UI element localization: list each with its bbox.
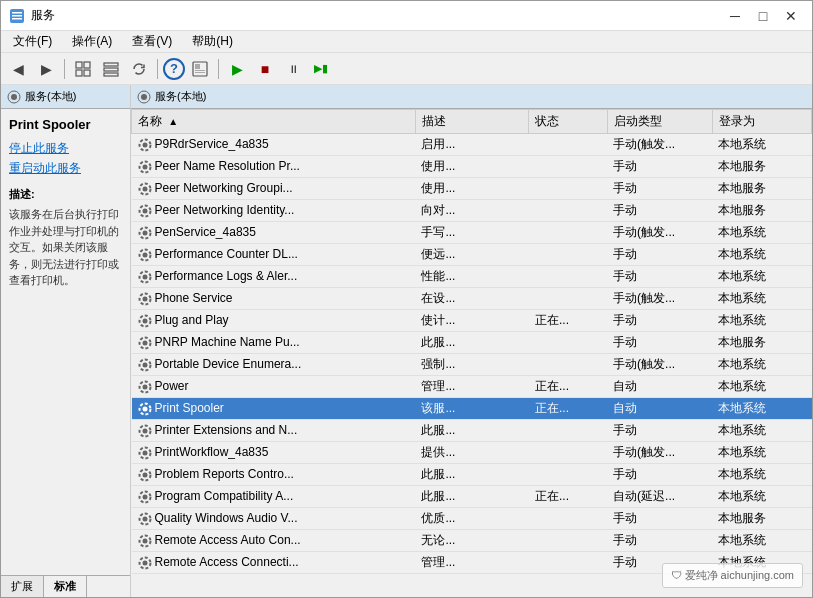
table-row[interactable]: Plug and Play使计...正在...手动本地系统 [132, 310, 812, 332]
service-status-cell [529, 508, 607, 530]
service-status-cell [529, 244, 607, 266]
table-row[interactable]: Program Compatibility A...此服...正在...自动(延… [132, 486, 812, 508]
toolbar-separator-2 [157, 59, 158, 79]
col-header-startup[interactable]: 启动类型 [607, 110, 712, 134]
help-button[interactable]: ? [163, 58, 185, 80]
service-startup-cell: 手动 [607, 266, 712, 288]
table-row[interactable]: Portable Device Enumera...强制...手动(触发...本… [132, 354, 812, 376]
table-row[interactable]: P9RdrService_4a835启用...手动(触发...本地系统 [132, 134, 812, 156]
table-row[interactable]: Phone Service在设...手动(触发...本地系统 [132, 288, 812, 310]
table-row[interactable]: Performance Logs & Aler...性能...手动本地系统 [132, 266, 812, 288]
main-window: 服务 ─ □ ✕ 文件(F) 操作(A) 查看(V) 帮助(H) ◀ ▶ [0, 0, 813, 598]
service-status-cell [529, 442, 607, 464]
table-row[interactable]: Quality Windows Audio V...优质...手动本地服务 [132, 508, 812, 530]
service-icon [138, 204, 152, 218]
standard-tab[interactable]: 标准 [44, 576, 87, 597]
svg-rect-1 [12, 12, 22, 14]
svg-rect-5 [84, 62, 90, 68]
table-row[interactable]: Print Spooler该服...正在...自动本地系统 [132, 398, 812, 420]
service-startup-cell: 手动 [607, 464, 712, 486]
svg-point-39 [142, 362, 147, 367]
stop-service-button[interactable]: ■ [252, 56, 278, 82]
col-header-login[interactable]: 登录为 [712, 110, 811, 134]
services-table-container[interactable]: 名称 ▲ 描述 状态 启动类型 登录为 P9RdrService_4a835启用… [131, 109, 812, 597]
service-status-cell: 正在... [529, 310, 607, 332]
watermark-text: 🛡 爱纯净 aichunjing.com [671, 569, 795, 581]
refresh-button[interactable] [126, 56, 152, 82]
table-row[interactable]: PrintWorkflow_4a835提供...手动(触发...本地系统 [132, 442, 812, 464]
table-row[interactable]: Remote Access Auto Con...无论...手动本地系统 [132, 530, 812, 552]
table-row[interactable]: Peer Name Resolution Pr...使用...手动本地服务 [132, 156, 812, 178]
sidebar: 服务(本地) Print Spooler 停止此服务 重启动此服务 描述: 该服… [1, 85, 131, 597]
service-status-cell [529, 354, 607, 376]
service-name-cell: Performance Counter DL... [132, 244, 416, 266]
sidebar-header-icon [7, 90, 21, 104]
table-row[interactable]: Problem Reports Contro...此服...手动本地系统 [132, 464, 812, 486]
svg-point-31 [142, 274, 147, 279]
service-name-cell: Program Compatibility A... [132, 486, 416, 508]
table-row[interactable]: PNRP Machine Name Pu...此服...手动本地服务 [132, 332, 812, 354]
sidebar-header: 服务(本地) [1, 85, 130, 109]
service-login-cell: 本地系统 [712, 376, 811, 398]
minimize-button[interactable]: ─ [722, 6, 748, 26]
service-status-cell: 正在... [529, 486, 607, 508]
forward-button[interactable]: ▶ [33, 56, 59, 82]
list-button[interactable] [98, 56, 124, 82]
svg-point-51 [142, 494, 147, 499]
service-name-cell: P9RdrService_4a835 [132, 134, 416, 156]
service-desc-cell: 便远... [415, 244, 529, 266]
col-header-status[interactable]: 状态 [529, 110, 607, 134]
back-button[interactable]: ◀ [5, 56, 31, 82]
service-icon [138, 314, 152, 328]
start-service-button[interactable]: ▶ [224, 56, 250, 82]
table-row[interactable]: PenService_4a835手写...手动(触发...本地系统 [132, 222, 812, 244]
service-icon [138, 534, 152, 548]
service-startup-cell: 手动 [607, 310, 712, 332]
service-login-cell: 本地系统 [712, 420, 811, 442]
service-login-cell: 本地系统 [712, 310, 811, 332]
content-header: 服务(本地) [131, 85, 812, 109]
menu-action[interactable]: 操作(A) [64, 31, 120, 52]
svg-point-23 [142, 186, 147, 191]
properties-button[interactable] [187, 56, 213, 82]
table-row[interactable]: Performance Counter DL...便远...手动本地系统 [132, 244, 812, 266]
expand-tab[interactable]: 扩展 [1, 576, 44, 597]
maximize-button[interactable]: □ [750, 6, 776, 26]
col-header-desc[interactable]: 描述 [415, 110, 529, 134]
col-header-name[interactable]: 名称 ▲ [132, 110, 416, 134]
title-controls: ─ □ ✕ [722, 6, 804, 26]
pause-service-button[interactable]: ⏸ [280, 56, 306, 82]
service-login-cell: 本地系统 [712, 354, 811, 376]
service-icon [138, 138, 152, 152]
service-startup-cell: 手动 [607, 156, 712, 178]
svg-point-53 [142, 516, 147, 521]
service-icon [138, 490, 152, 504]
table-row[interactable]: Printer Extensions and N...此服...手动本地系统 [132, 420, 812, 442]
menu-view[interactable]: 查看(V) [124, 31, 180, 52]
service-desc-cell: 强制... [415, 354, 529, 376]
service-desc-cell: 此服... [415, 420, 529, 442]
menu-file[interactable]: 文件(F) [5, 31, 60, 52]
close-button[interactable]: ✕ [778, 6, 804, 26]
service-startup-cell: 手动 [607, 200, 712, 222]
svg-rect-10 [104, 73, 118, 76]
resume-service-button[interactable]: ▶▮ [308, 56, 334, 82]
service-name-cell: Power [132, 376, 416, 398]
service-desc-cell: 此服... [415, 332, 529, 354]
service-name-cell: Plug and Play [132, 310, 416, 332]
table-row[interactable]: Peer Networking Identity...向对...手动本地服务 [132, 200, 812, 222]
table-row[interactable]: Power管理...正在...自动本地系统 [132, 376, 812, 398]
service-startup-cell: 手动 [607, 420, 712, 442]
service-name-cell: Peer Name Resolution Pr... [132, 156, 416, 178]
service-status-cell [529, 530, 607, 552]
service-name-cell: Print Spooler [132, 398, 416, 420]
svg-point-57 [142, 560, 147, 565]
service-login-cell: 本地服务 [712, 332, 811, 354]
service-login-cell: 本地系统 [712, 134, 811, 156]
menu-help[interactable]: 帮助(H) [184, 31, 241, 52]
restart-service-link[interactable]: 重启动此服务 [9, 160, 122, 177]
service-icon [138, 182, 152, 196]
table-row[interactable]: Peer Networking Groupi...使用...手动本地服务 [132, 178, 812, 200]
stop-service-link[interactable]: 停止此服务 [9, 140, 122, 157]
view-button[interactable] [70, 56, 96, 82]
